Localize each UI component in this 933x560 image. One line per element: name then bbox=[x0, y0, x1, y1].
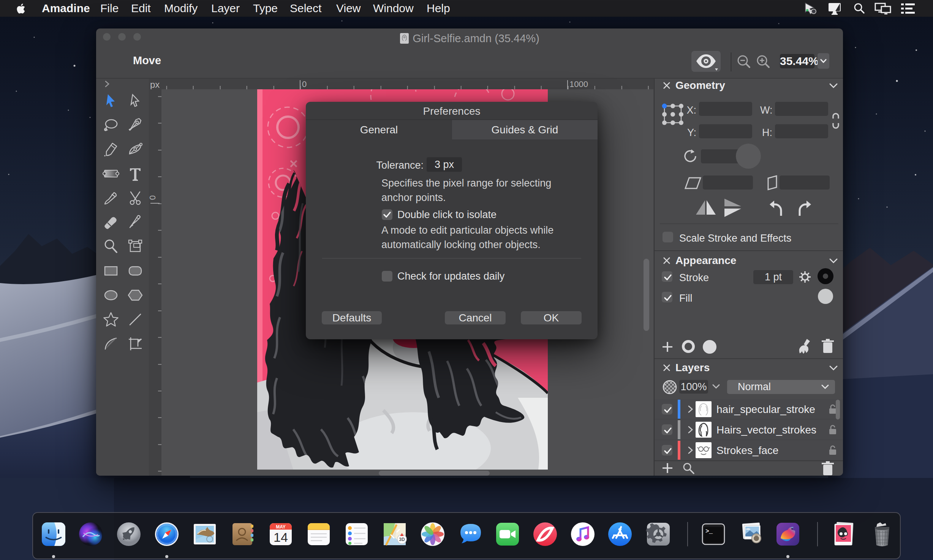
svg-text:3D: 3D bbox=[399, 537, 405, 542]
svg-text:14: 14 bbox=[274, 530, 288, 544]
svg-text:MAY: MAY bbox=[276, 524, 286, 530]
svg-text:>_: >_ bbox=[705, 528, 713, 535]
